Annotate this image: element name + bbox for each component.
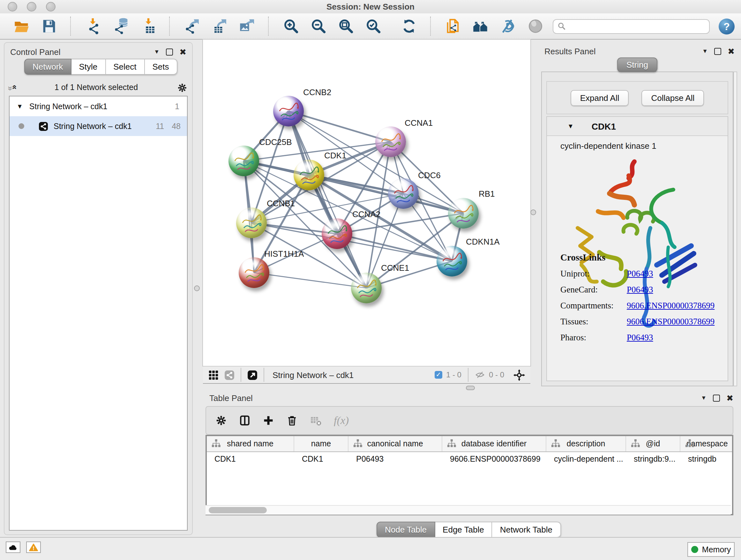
column-header-namespace[interactable]: namespace bbox=[680, 436, 733, 451]
tab-sets[interactable]: Sets bbox=[145, 59, 177, 75]
warnings-button[interactable] bbox=[26, 542, 41, 553]
column-type-icon bbox=[211, 439, 221, 448]
network-node-ccna1[interactable] bbox=[375, 126, 406, 157]
search-input[interactable] bbox=[566, 21, 705, 31]
tab-select[interactable]: Select bbox=[106, 59, 145, 75]
memory-button[interactable]: Memory bbox=[687, 542, 735, 557]
float-panel-icon[interactable] bbox=[714, 48, 721, 55]
expand-all-button[interactable]: Expand All bbox=[570, 90, 629, 106]
network-node-ccnb2[interactable] bbox=[273, 96, 304, 126]
table-tabs: Node TableEdge TableNetwork Table bbox=[377, 522, 561, 538]
sphere-icon[interactable] bbox=[524, 15, 546, 37]
network-collection-row[interactable]: ▼ String Network – cdk1 1 bbox=[10, 97, 187, 116]
current-network-dot-icon bbox=[18, 123, 24, 129]
hidden-eye-icon[interactable] bbox=[475, 370, 485, 380]
selected-checkbox-icon[interactable]: ✓ bbox=[434, 371, 442, 379]
split-columns-icon[interactable] bbox=[239, 415, 251, 427]
right-splitter-handle[interactable] bbox=[530, 209, 536, 215]
tab-node-table[interactable]: Node Table bbox=[377, 522, 435, 538]
export-table-icon[interactable] bbox=[208, 15, 230, 37]
tab-string[interactable]: String bbox=[617, 57, 658, 72]
cloud-status-button[interactable] bbox=[6, 542, 20, 553]
crosslink-link[interactable]: P06493 bbox=[627, 269, 653, 278]
column-header-canonical-name[interactable]: canonical name bbox=[348, 436, 442, 451]
network-node-ccne1[interactable] bbox=[351, 273, 382, 303]
table-horizontal-scrollbar[interactable] bbox=[205, 505, 731, 515]
tab-network-table[interactable]: Network Table bbox=[492, 522, 561, 538]
collection-count: 1 bbox=[175, 102, 179, 111]
crosslinks-block: CrossLinks Uniprot:P06493GeneCard:P06493… bbox=[560, 252, 715, 343]
network-node-ccna2[interactable] bbox=[322, 219, 352, 249]
column-header-name[interactable]: name bbox=[294, 436, 348, 451]
open-in-new-window-icon[interactable] bbox=[247, 369, 258, 380]
crosslink-link[interactable]: P06493 bbox=[627, 333, 653, 342]
import-network-file-icon[interactable] bbox=[82, 15, 104, 37]
close-panel-icon[interactable]: ✖ bbox=[179, 47, 186, 57]
column-header-shared-name[interactable]: shared name bbox=[207, 436, 294, 451]
network-node-cdc6[interactable] bbox=[388, 178, 419, 209]
gear-icon[interactable] bbox=[215, 415, 227, 427]
crosslink-link[interactable]: P06493 bbox=[627, 285, 653, 294]
homes-icon[interactable] bbox=[469, 15, 491, 37]
network-node-cdc25b[interactable] bbox=[228, 145, 259, 176]
network-node-cdk1[interactable] bbox=[293, 160, 324, 190]
left-splitter-handle[interactable] bbox=[194, 286, 200, 291]
close-panel-icon[interactable]: ✖ bbox=[726, 393, 733, 402]
tab-style[interactable]: Style bbox=[71, 59, 106, 75]
results-scrollbar[interactable] bbox=[733, 71, 737, 386]
gene-section: ▼ CDK1 cyclin-dependent kinase 1 bbox=[546, 116, 728, 381]
crosslink-link[interactable]: 9606.ENSP00000378699 bbox=[627, 301, 715, 310]
panel-menu-icon[interactable]: ▼ bbox=[701, 395, 706, 401]
add-column-icon[interactable] bbox=[262, 415, 274, 427]
network-canvas[interactable]: CCNB2CCNA1CDC25BCDK1CDC6RB1CCNB1CCNA2CDK… bbox=[203, 40, 530, 366]
collapse-all-button[interactable]: Collapse All bbox=[642, 90, 704, 106]
column-header-description[interactable]: description bbox=[546, 436, 626, 451]
gene-section-header[interactable]: ▼ CDK1 bbox=[547, 117, 728, 136]
float-panel-icon[interactable] bbox=[166, 48, 173, 55]
crosslink-row: Pharos:P06493 bbox=[560, 333, 715, 343]
network-node-cdkn1a[interactable] bbox=[436, 246, 467, 276]
network-node-ccnb1[interactable] bbox=[236, 207, 267, 238]
tab-network[interactable]: Network bbox=[24, 59, 71, 75]
help-button[interactable]: ? bbox=[719, 18, 735, 34]
column-type-icon bbox=[685, 439, 694, 448]
network-badge-icon[interactable] bbox=[224, 369, 235, 380]
cloud-icon bbox=[8, 543, 18, 552]
export-image-icon[interactable] bbox=[235, 15, 258, 37]
save-session-icon[interactable] bbox=[38, 15, 60, 37]
share-document-icon[interactable] bbox=[442, 15, 464, 37]
horizontal-splitter-handle[interactable] bbox=[466, 386, 475, 390]
zoom-selected-icon[interactable] bbox=[362, 15, 384, 37]
tab-edge-table[interactable]: Edge Table bbox=[435, 522, 492, 538]
section-collapse-icon[interactable]: ▼ bbox=[567, 123, 574, 130]
refresh-icon[interactable] bbox=[398, 15, 420, 37]
panel-menu-icon[interactable]: ▼ bbox=[154, 49, 159, 55]
network-node-hist1h1a[interactable] bbox=[239, 257, 269, 288]
network-row-selected[interactable]: String Network – cdk1 11 48 bbox=[10, 116, 187, 136]
panel-menu-icon[interactable]: ▼ bbox=[702, 48, 708, 54]
network-node-rb1[interactable] bbox=[448, 198, 479, 229]
hidden-counts: 0 - 0 bbox=[489, 370, 504, 379]
table-toolbar: f(x) bbox=[205, 406, 733, 435]
zoom-out-icon[interactable] bbox=[307, 15, 329, 37]
birds-eye-view-icon[interactable] bbox=[208, 369, 219, 380]
hide-panels-icon[interactable] bbox=[496, 15, 519, 37]
export-network-icon[interactable] bbox=[181, 15, 203, 37]
fit-selected-crosshair-icon[interactable] bbox=[513, 369, 525, 381]
zoom-in-icon[interactable] bbox=[280, 15, 302, 37]
network-options-gear-icon[interactable] bbox=[177, 82, 188, 93]
float-panel-icon[interactable] bbox=[713, 394, 720, 401]
open-session-icon[interactable] bbox=[10, 15, 32, 37]
import-table-icon[interactable] bbox=[137, 15, 159, 37]
collection-expand-icon[interactable]: ▼ bbox=[17, 103, 23, 110]
crosslink-link[interactable]: 9606.ENSP00000378699 bbox=[627, 317, 715, 326]
import-network-database-icon[interactable] bbox=[109, 15, 131, 37]
zoom-fit-icon[interactable] bbox=[334, 15, 357, 37]
expand-all-networks-icon[interactable]: » bbox=[9, 86, 19, 89]
close-panel-icon[interactable]: ✖ bbox=[728, 46, 735, 56]
delete-icon[interactable] bbox=[286, 415, 298, 427]
column-header-@id[interactable]: @id bbox=[626, 436, 680, 451]
column-header-database-identifier[interactable]: database identifier bbox=[442, 436, 546, 451]
table-panel-title: Table Panel bbox=[209, 393, 253, 402]
table-row[interactable]: CDK1CDK1P064939606.ENSP00000378699cyclin… bbox=[207, 452, 732, 468]
